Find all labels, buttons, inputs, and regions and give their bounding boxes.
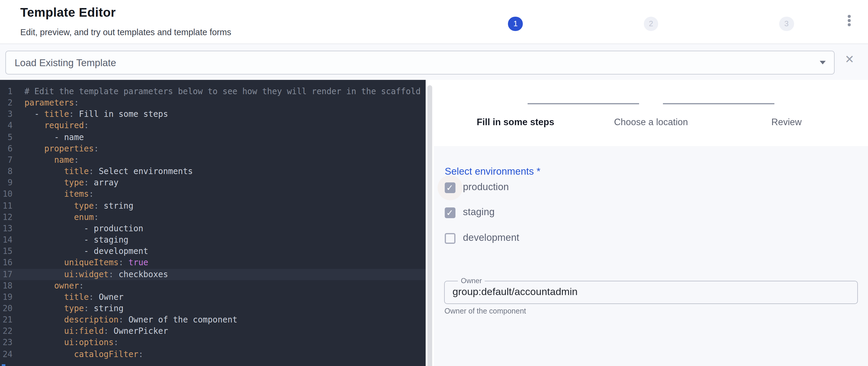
yaml-code-editor[interactable]: 1# Edit the template parameters below to…	[0, 80, 426, 366]
checkmark-icon: ✓	[444, 182, 455, 193]
clear-selection-button[interactable]: ✕	[842, 52, 857, 66]
code-line-18[interactable]: 18 owner:	[0, 280, 426, 291]
code-line-3[interactable]: 3 - title: Fill in some steps	[0, 109, 426, 120]
code-line-23[interactable]: 23 ui:options:	[0, 337, 426, 348]
code-line-15[interactable]: 15 - development	[0, 246, 426, 257]
required-asterisk: *	[536, 166, 540, 177]
line-content: owner:	[25, 280, 84, 291]
code-line-13[interactable]: 13 - production	[0, 223, 426, 234]
step-2-indicator: 2	[644, 17, 658, 31]
line-content: - development	[25, 246, 148, 257]
code-line-12[interactable]: 12 enum:	[0, 211, 426, 223]
line-number: 11	[0, 200, 12, 211]
line-number: 16	[0, 257, 12, 269]
line-number: 4	[0, 120, 12, 131]
chevron-down-icon	[819, 61, 826, 64]
page-header: Template Editor Edit, preview, and try o…	[0, 0, 868, 43]
line-number: 14	[0, 234, 12, 246]
load-existing-template-placeholder: Load Existing Template	[14, 51, 116, 73]
line-content: name:	[25, 154, 79, 166]
line-number: 19	[0, 292, 12, 303]
line-content: title: Select environments	[25, 166, 193, 177]
line-number: 17	[0, 269, 12, 280]
line-number: 15	[0, 246, 12, 257]
checkmark-icon: ✓	[444, 208, 455, 218]
editor-scrollbar[interactable]	[428, 85, 432, 366]
code-line-16[interactable]: 16 uniqueItems: true	[0, 257, 426, 269]
checkbox-label-staging[interactable]: staging	[463, 206, 495, 218]
code-line-14[interactable]: 14 - staging	[0, 234, 426, 246]
step-label-3: Review	[727, 117, 846, 128]
checkbox-label-development[interactable]: development	[463, 232, 519, 243]
line-content: description: Owner of the component	[25, 314, 237, 326]
line-content: items:	[25, 189, 94, 200]
code-line-11[interactable]: 11 type: string	[0, 200, 426, 211]
kebab-menu-icon	[848, 19, 850, 22]
step-connector	[663, 103, 775, 104]
line-number: 12	[0, 211, 12, 223]
code-line-6[interactable]: 6 properties:	[0, 143, 426, 154]
line-content: # Edit the template parameters below to …	[25, 86, 421, 97]
code-line-7[interactable]: 7 name:	[0, 154, 426, 166]
line-number: 9	[0, 177, 12, 189]
line-content: ui:widget: checkboxes	[25, 269, 168, 280]
form-card: Select environments * ✓production✓stagin…	[434, 146, 868, 366]
line-content: required:	[25, 120, 89, 131]
code-line-21[interactable]: 21 description: Owner of the component	[0, 314, 426, 326]
code-line-19[interactable]: 19 title: Owner	[0, 292, 426, 303]
line-content: - name	[25, 131, 84, 143]
owner-field[interactable]: Owner group:default/accountadmin	[444, 281, 858, 304]
line-number: 3	[0, 109, 12, 120]
owner-field-helper: Owner of the component	[444, 307, 526, 315]
code-line-9[interactable]: 9 type: array	[0, 177, 426, 189]
line-number: 1	[0, 86, 12, 97]
checkbox-development[interactable]	[444, 233, 455, 244]
checkbox-row-development: development	[434, 226, 673, 251]
checkbox-label-production[interactable]: production	[463, 181, 509, 192]
line-number: 23	[0, 337, 12, 348]
code-line-10[interactable]: 10 items:	[0, 189, 426, 200]
load-existing-template-select[interactable]: Load Existing Template	[5, 50, 834, 74]
editor-cursor	[2, 364, 5, 366]
line-number: 20	[0, 303, 12, 314]
owner-field-value: group:default/accountadmin	[453, 281, 578, 303]
page-subtitle: Edit, preview, and try out templates and…	[20, 27, 231, 37]
line-number: 22	[0, 326, 12, 337]
checkbox-group-label-text: Select environments	[445, 166, 534, 177]
line-content: type: string	[25, 303, 123, 314]
code-line-5[interactable]: 5 - name	[0, 131, 426, 143]
line-content: type: string	[25, 200, 133, 211]
step-label-2: Choose a location	[591, 117, 711, 128]
line-content: - production	[25, 223, 144, 234]
code-line-24[interactable]: 24 catalogFilter:	[0, 348, 426, 360]
line-number: 7	[0, 154, 12, 166]
code-line-4[interactable]: 4 required:	[0, 120, 426, 131]
line-number: 21	[0, 314, 12, 326]
code-line-22[interactable]: 22 ui:field: OwnerPicker	[0, 326, 426, 337]
code-line-8[interactable]: 8 title: Select environments	[0, 166, 426, 177]
line-content: properties:	[25, 143, 99, 154]
wizard-stepper: 1Fill in some steps2Choose a location3Re…	[434, 80, 868, 146]
kebab-menu-icon	[848, 15, 850, 18]
line-number: 13	[0, 223, 12, 234]
step-label-1: Fill in some steps	[456, 117, 575, 128]
line-content: - staging	[25, 234, 128, 246]
checkbox-row-production: ✓production	[434, 176, 673, 201]
checkbox-production[interactable]: ✓	[444, 182, 455, 193]
kebab-menu-icon	[848, 23, 850, 26]
line-content: title: Owner	[25, 292, 123, 303]
code-line-17[interactable]: 17 ui:widget: checkboxes	[0, 269, 426, 280]
line-content: ui:field: OwnerPicker	[25, 326, 168, 337]
step-1-indicator: 1	[508, 17, 523, 31]
line-content: parameters:	[25, 97, 79, 109]
line-number: 8	[0, 166, 12, 177]
code-line-20[interactable]: 20 type: string	[0, 303, 426, 314]
code-line-1[interactable]: 1# Edit the template parameters below to…	[0, 86, 426, 97]
checkbox-row-staging: ✓staging	[434, 201, 673, 225]
load-template-bar: Load Existing Template ✕	[0, 44, 868, 80]
checkbox-staging[interactable]: ✓	[444, 208, 455, 218]
code-line-2[interactable]: 2parameters:	[0, 97, 426, 109]
line-number: 2	[0, 97, 12, 109]
more-options-button[interactable]	[839, 11, 859, 30]
line-number: 5	[0, 131, 12, 143]
